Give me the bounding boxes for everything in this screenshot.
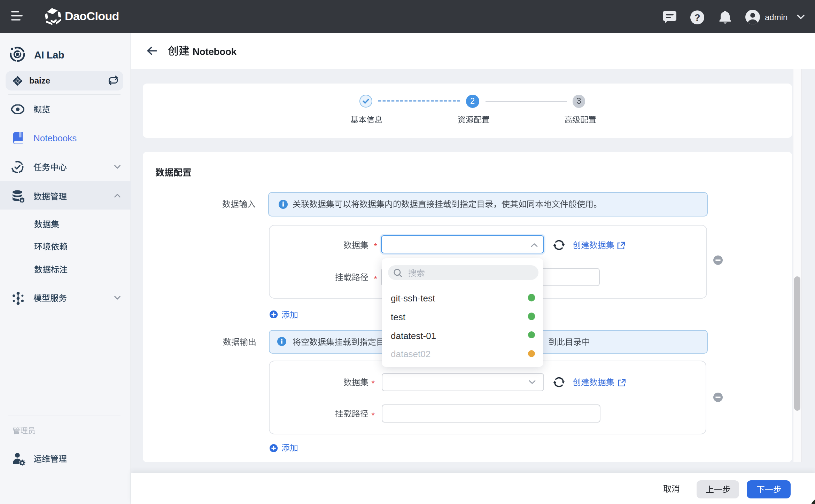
svg-text:?: ? — [694, 12, 700, 23]
